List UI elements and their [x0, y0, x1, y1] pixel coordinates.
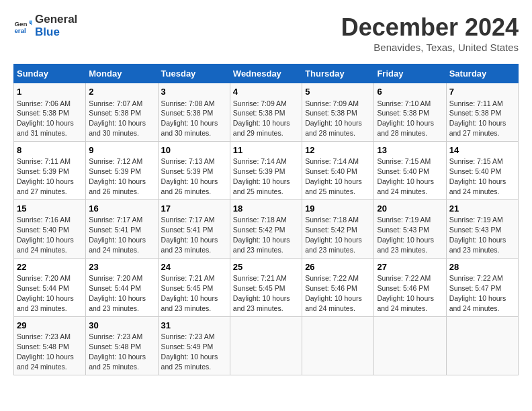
day-sunset: Sunset: 5:40 PM — [377, 167, 429, 175]
day-number: 9 — [89, 144, 154, 156]
day-daylight: Daylight: 10 hours and 23 minutes. — [449, 236, 506, 254]
day-sunset: Sunset: 5:38 PM — [89, 109, 141, 117]
day-sunset: Sunset: 5:38 PM — [305, 109, 357, 117]
calendar-cell: 11Sunrise: 7:14 AMSunset: 5:39 PMDayligh… — [230, 141, 302, 199]
logo-icon: Gen eral — [13, 17, 32, 36]
calendar-cell: 31Sunrise: 7:23 AMSunset: 5:49 PMDayligh… — [158, 316, 230, 375]
day-daylight: Daylight: 10 hours and 24 minutes. — [17, 353, 74, 371]
logo-wordmark: General Blue — [35, 13, 77, 38]
day-sunrise: Sunrise: 7:14 AM — [305, 157, 359, 165]
day-sunset: Sunset: 5:38 PM — [377, 109, 429, 117]
header-tuesday: Tuesday — [158, 64, 230, 83]
calendar-cell: 18Sunrise: 7:18 AMSunset: 5:42 PMDayligh… — [230, 199, 302, 258]
calendar-cell — [302, 316, 374, 375]
day-sunrise: Sunrise: 7:15 AM — [377, 157, 431, 165]
day-sunset: Sunset: 5:38 PM — [449, 109, 502, 117]
svg-text:eral: eral — [14, 26, 26, 34]
calendar-row: 29Sunrise: 7:23 AMSunset: 5:48 PMDayligh… — [14, 316, 519, 375]
day-sunset: Sunset: 5:43 PM — [449, 226, 502, 234]
day-sunrise: Sunrise: 7:21 AM — [161, 274, 215, 282]
day-sunrise: Sunrise: 7:17 AM — [89, 216, 142, 224]
calendar-cell: 21Sunrise: 7:19 AMSunset: 5:43 PMDayligh… — [446, 199, 518, 258]
day-daylight: Daylight: 10 hours and 26 minutes. — [89, 177, 146, 195]
calendar-cell: 5Sunrise: 7:09 AMSunset: 5:38 PMDaylight… — [302, 83, 374, 142]
day-daylight: Daylight: 10 hours and 27 minutes. — [449, 119, 506, 137]
day-sunrise: Sunrise: 7:09 AM — [233, 99, 287, 107]
day-sunset: Sunset: 5:42 PM — [233, 226, 285, 234]
calendar-cell: 1Sunrise: 7:06 AMSunset: 5:38 PMDaylight… — [14, 83, 86, 142]
day-number: 11 — [233, 144, 299, 156]
title-block: December 2024 Benavides, Texas, United S… — [341, 13, 519, 53]
day-number: 4 — [233, 86, 299, 98]
day-daylight: Daylight: 10 hours and 24 minutes. — [89, 236, 146, 254]
day-sunrise: Sunrise: 7:14 AM — [233, 157, 287, 165]
calendar-cell: 17Sunrise: 7:17 AMSunset: 5:41 PMDayligh… — [158, 199, 230, 258]
header-friday: Friday — [374, 64, 446, 83]
day-sunset: Sunset: 5:47 PM — [449, 284, 502, 292]
day-sunset: Sunset: 5:41 PM — [89, 226, 141, 234]
day-number: 7 — [449, 86, 515, 98]
day-sunrise: Sunrise: 7:15 AM — [449, 157, 503, 165]
day-number: 27 — [377, 261, 443, 273]
calendar-cell: 22Sunrise: 7:20 AMSunset: 5:44 PMDayligh… — [14, 258, 86, 316]
calendar-cell: 29Sunrise: 7:23 AMSunset: 5:48 PMDayligh… — [14, 316, 86, 375]
day-sunset: Sunset: 5:39 PM — [17, 167, 69, 175]
calendar-cell — [446, 316, 518, 375]
day-sunset: Sunset: 5:48 PM — [89, 342, 141, 351]
day-number: 26 — [305, 261, 371, 273]
day-sunset: Sunset: 5:45 PM — [233, 284, 285, 292]
day-sunrise: Sunrise: 7:07 AM — [89, 99, 142, 107]
day-number: 5 — [305, 86, 371, 98]
day-daylight: Daylight: 10 hours and 24 minutes. — [305, 294, 362, 312]
day-number: 31 — [161, 320, 227, 332]
day-number: 19 — [305, 203, 371, 215]
calendar-body: 1Sunrise: 7:06 AMSunset: 5:38 PMDaylight… — [14, 83, 519, 375]
calendar-cell: 15Sunrise: 7:16 AMSunset: 5:40 PMDayligh… — [14, 199, 86, 258]
calendar-row: 22Sunrise: 7:20 AMSunset: 5:44 PMDayligh… — [14, 258, 519, 316]
day-sunrise: Sunrise: 7:23 AM — [161, 332, 215, 340]
day-number: 1 — [17, 86, 83, 98]
calendar-header: Sunday Monday Tuesday Wednesday Thursday… — [14, 64, 519, 83]
calendar-cell: 12Sunrise: 7:14 AMSunset: 5:40 PMDayligh… — [302, 141, 374, 199]
header-saturday: Saturday — [446, 64, 518, 83]
day-sunrise: Sunrise: 7:22 AM — [305, 274, 359, 282]
calendar-cell: 10Sunrise: 7:13 AMSunset: 5:39 PMDayligh… — [158, 141, 230, 199]
day-sunset: Sunset: 5:39 PM — [161, 167, 214, 175]
calendar-cell: 26Sunrise: 7:22 AMSunset: 5:46 PMDayligh… — [302, 258, 374, 316]
day-number: 16 — [89, 203, 154, 215]
day-sunrise: Sunrise: 7:08 AM — [161, 99, 215, 107]
day-number: 6 — [377, 86, 443, 98]
calendar-cell: 8Sunrise: 7:11 AMSunset: 5:39 PMDaylight… — [14, 141, 86, 199]
day-sunset: Sunset: 5:40 PM — [305, 167, 357, 175]
day-sunrise: Sunrise: 7:13 AM — [161, 157, 215, 165]
calendar-cell: 6Sunrise: 7:10 AMSunset: 5:38 PMDaylight… — [374, 83, 446, 142]
calendar-cell: 7Sunrise: 7:11 AMSunset: 5:38 PMDaylight… — [446, 83, 518, 142]
day-daylight: Daylight: 10 hours and 23 minutes. — [377, 236, 434, 254]
day-daylight: Daylight: 10 hours and 23 minutes. — [305, 236, 362, 254]
day-sunset: Sunset: 5:39 PM — [233, 167, 285, 175]
page-title: December 2024 — [341, 13, 519, 42]
header-wednesday: Wednesday — [230, 64, 302, 83]
day-daylight: Daylight: 10 hours and 24 minutes. — [377, 294, 434, 312]
day-sunset: Sunset: 5:38 PM — [17, 109, 69, 117]
day-number: 14 — [449, 144, 515, 156]
calendar-cell: 27Sunrise: 7:22 AMSunset: 5:46 PMDayligh… — [374, 258, 446, 316]
day-daylight: Daylight: 10 hours and 31 minutes. — [17, 119, 74, 137]
day-sunrise: Sunrise: 7:09 AM — [305, 99, 359, 107]
day-sunrise: Sunrise: 7:11 AM — [17, 157, 71, 165]
day-daylight: Daylight: 10 hours and 24 minutes. — [17, 236, 74, 254]
day-sunrise: Sunrise: 7:12 AM — [89, 157, 142, 165]
day-sunrise: Sunrise: 7:20 AM — [89, 274, 142, 282]
calendar-cell: 2Sunrise: 7:07 AMSunset: 5:38 PMDaylight… — [86, 83, 158, 142]
day-sunset: Sunset: 5:46 PM — [377, 284, 429, 292]
page-header: Gen eral General Blue December 2024 Bena… — [13, 13, 519, 53]
calendar-cell: 24Sunrise: 7:21 AMSunset: 5:45 PMDayligh… — [158, 258, 230, 316]
day-sunset: Sunset: 5:45 PM — [161, 284, 214, 292]
day-number: 15 — [17, 203, 83, 215]
day-number: 8 — [17, 144, 83, 156]
header-sunday: Sunday — [14, 64, 86, 83]
day-sunrise: Sunrise: 7:19 AM — [377, 216, 431, 224]
day-sunset: Sunset: 5:42 PM — [305, 226, 357, 234]
calendar-cell: 25Sunrise: 7:21 AMSunset: 5:45 PMDayligh… — [230, 258, 302, 316]
day-number: 13 — [377, 144, 443, 156]
